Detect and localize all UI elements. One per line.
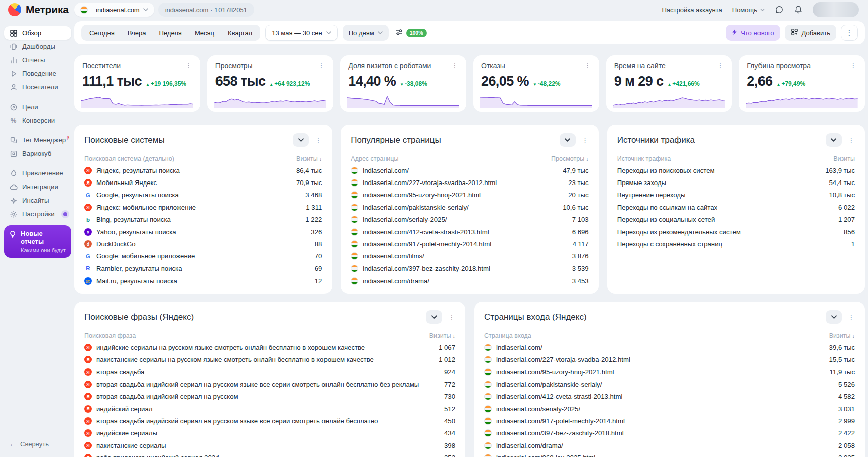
period-tab[interactable]: Неделя bbox=[153, 26, 188, 39]
sidebar-item-variocube[interactable]: Вариокуб bbox=[4, 147, 71, 160]
card-menu-button[interactable]: ⋮ bbox=[318, 62, 325, 69]
table-row[interactable]: Я индийский сериал 512 bbox=[84, 403, 455, 415]
column-header-dimension[interactable]: Поисковая система (детально) bbox=[84, 155, 174, 162]
metrika-logo[interactable]: Метрика bbox=[8, 3, 74, 16]
collapse-widget-button[interactable] bbox=[560, 133, 576, 147]
widget-menu-button[interactable]: ⋮ bbox=[848, 137, 855, 144]
table-row[interactable]: indiaserial.com/917-polet-mechty-2014.ht… bbox=[351, 238, 588, 250]
card-menu-button[interactable]: ⋮ bbox=[584, 62, 591, 69]
table-row[interactable]: indiaserial.com/227-vtoraja-svadba-2012.… bbox=[351, 176, 588, 189]
period-tab[interactable]: Месяц bbox=[188, 26, 221, 39]
table-row[interactable]: indiaserial.com/drama/ 2 058 bbox=[484, 439, 855, 451]
table-row[interactable]: Переходы с сохранённых страниц 1 bbox=[617, 238, 855, 250]
collapse-widget-button[interactable] bbox=[426, 310, 442, 324]
table-row[interactable]: indiaserial.com/ 39,6 тыс bbox=[484, 341, 855, 353]
account-settings-link[interactable]: Настройка аккаунта bbox=[662, 6, 722, 14]
sidebar-item-overview[interactable]: Обзор bbox=[4, 26, 71, 40]
avatar[interactable] bbox=[813, 2, 859, 17]
column-header-dimension[interactable]: Страница входа bbox=[484, 332, 531, 339]
help-menu[interactable]: Помощь bbox=[732, 6, 765, 14]
table-row[interactable]: indiaserial.com/397-bez-zaschity-2018.ht… bbox=[351, 262, 588, 275]
sidebar-item-settings[interactable]: Настройки bbox=[4, 207, 71, 221]
collapse-widget-button[interactable] bbox=[826, 133, 842, 147]
table-row[interactable]: Я Яндекс: мобильное приложение 1 311 bbox=[84, 201, 322, 213]
table-row[interactable]: Прямые заходы 54,4 тыс bbox=[617, 176, 855, 189]
sidebar-item-visitors[interactable]: Посетители bbox=[4, 80, 71, 94]
card-menu-button[interactable]: ⋮ bbox=[451, 62, 458, 69]
widget-menu-button[interactable]: ⋮ bbox=[448, 314, 455, 321]
table-row[interactable]: @ Mail.ru, результаты поиска 12 bbox=[84, 275, 322, 287]
sidebar-item-attraction[interactable]: Привлечение bbox=[4, 166, 71, 180]
period-tab[interactable]: Квартал bbox=[221, 26, 259, 39]
table-row[interactable]: Я вторая свадьба индийский сериал на рус… bbox=[84, 391, 455, 403]
table-row[interactable]: Я индийские сериалы на русском языке смо… bbox=[84, 341, 455, 353]
sidebar-item-tag-manager[interactable]: Тег Менеджерβ bbox=[4, 133, 71, 147]
table-row[interactable]: Переходы по ссылкам на сайтах 6 022 bbox=[617, 201, 855, 213]
table-row[interactable]: Я Мобильный Яндекс 70,9 тыс bbox=[84, 176, 322, 189]
table-row[interactable]: indiaserial.com/serialy-2025/ 3 031 bbox=[484, 403, 855, 415]
bell-icon[interactable] bbox=[794, 5, 803, 14]
date-range-picker[interactable]: 13 мая — 30 сен bbox=[265, 25, 337, 41]
table-row[interactable]: Переходы из поисковых систем 163,9 тыс bbox=[617, 164, 855, 176]
card-menu-button[interactable]: ⋮ bbox=[850, 62, 857, 69]
sidebar-item-conversions[interactable]: %Конверсии bbox=[4, 114, 71, 127]
column-header-dimension[interactable]: Источник трафика bbox=[617, 155, 671, 162]
table-row[interactable]: indiaserial.com/397-bez-zaschity-2018.ht… bbox=[484, 427, 855, 439]
table-row[interactable]: G Google: мобильное приложение 70 bbox=[84, 250, 322, 262]
whats-new-button[interactable]: Что нового bbox=[726, 25, 780, 41]
sidebar-item-insights[interactable]: Инсайты bbox=[4, 194, 71, 207]
table-row[interactable]: indiaserial.com/pakistanskie-serialy/ 10… bbox=[351, 201, 588, 213]
column-header-metric[interactable]: Визиты↓ bbox=[829, 332, 855, 339]
table-row[interactable]: indiaserial.com/227-vtoraja-svadba-2012.… bbox=[484, 353, 855, 365]
table-row[interactable]: Я вторая свадьба индийский сериал на рус… bbox=[84, 378, 455, 390]
table-row[interactable]: indiaserial.com/95-uzory-hnoj-2021.html … bbox=[351, 189, 588, 201]
sidebar-item-behavior[interactable]: Поведение bbox=[4, 67, 71, 80]
column-header-metric[interactable]: Просмотры↓ bbox=[551, 155, 589, 162]
table-row[interactable]: d DuckDuckGo 88 bbox=[84, 238, 322, 250]
card-menu-button[interactable]: ⋮ bbox=[717, 62, 724, 69]
collapse-sidebar-button[interactable]: ← Свернуть bbox=[4, 437, 71, 451]
period-tab[interactable]: Сегодня bbox=[83, 26, 121, 39]
sampling-control[interactable]: 100% bbox=[395, 28, 427, 38]
column-header-dimension[interactable]: Адрес страницы bbox=[351, 155, 398, 162]
table-row[interactable]: Я пакистанские сериалы на русском языке … bbox=[84, 353, 455, 365]
widget-menu-button[interactable]: ⋮ bbox=[315, 137, 322, 144]
widget-menu-button[interactable]: ⋮ bbox=[582, 137, 589, 144]
toolbar-menu-button[interactable]: ⋮ bbox=[841, 25, 858, 41]
table-row[interactable]: Я индийские сериалы 434 bbox=[84, 427, 455, 439]
table-row[interactable]: Внутренние переходы 10,8 тыс bbox=[617, 189, 855, 201]
granularity-select[interactable]: По дням bbox=[343, 25, 389, 41]
collapse-widget-button[interactable] bbox=[826, 310, 842, 324]
table-row[interactable]: indiaserial.com/95-uzory-hnoj-2021.html … bbox=[484, 366, 855, 378]
table-row[interactable]: Переходы из рекомендательных систем 856 bbox=[617, 226, 855, 238]
table-row[interactable]: y Yahoo, результаты поиска 326 bbox=[84, 226, 322, 238]
add-widget-button[interactable]: Добавить bbox=[785, 25, 836, 41]
table-row[interactable]: Переходы из социальных сетей 1 207 bbox=[617, 214, 855, 226]
table-row[interactable]: Я Яндекс, результаты поиска 86,4 тыс bbox=[84, 164, 322, 176]
table-row[interactable]: G Google, результаты поиска 3 468 bbox=[84, 189, 322, 201]
table-row[interactable]: indiaserial.com/968-lev-2025.html 2 025 bbox=[484, 452, 855, 457]
sidebar-item-goals[interactable]: Цели bbox=[4, 100, 71, 114]
column-header-metric[interactable]: Визиты↓ bbox=[833, 155, 855, 162]
new-reports-promo-banner[interactable]: Новые отчеты Какими они будут bbox=[4, 225, 71, 258]
table-row[interactable]: b Bing, результаты поиска 1 222 bbox=[84, 214, 322, 226]
chat-icon[interactable] bbox=[775, 5, 784, 14]
table-row[interactable]: Я раба приданого индийский сериал 2024 3… bbox=[84, 452, 455, 457]
table-row[interactable]: Я вторая свадьба 924 bbox=[84, 366, 455, 378]
table-row[interactable]: indiaserial.com/412-cveta-strasti-2013.h… bbox=[484, 391, 855, 403]
collapse-widget-button[interactable] bbox=[293, 133, 309, 147]
column-header-metric[interactable]: Визиты↓ bbox=[296, 155, 322, 162]
widget-menu-button[interactable]: ⋮ bbox=[848, 314, 855, 321]
table-row[interactable]: indiaserial.com/pakistanskie-serialy/ 5 … bbox=[484, 378, 855, 390]
sidebar-item-integrations[interactable]: Интеграции bbox=[4, 180, 71, 194]
table-row[interactable]: indiaserial.com/917-polet-mechty-2014.ht… bbox=[484, 415, 855, 427]
table-row[interactable]: Я пакистанские сериалы 398 bbox=[84, 439, 455, 451]
table-row[interactable]: R Rambler, результаты поиска 69 bbox=[84, 262, 322, 275]
table-row[interactable]: indiaserial.com/412-cveta-strasti-2013.h… bbox=[351, 226, 588, 238]
table-row[interactable]: indiaserial.com/serialy-2025/ 7 103 bbox=[351, 214, 588, 226]
column-header-metric[interactable]: Визиты↓ bbox=[429, 332, 455, 339]
sidebar-item-reports[interactable]: Отчеты bbox=[4, 53, 71, 67]
sidebar-item-dashboards[interactable]: Дашборды bbox=[4, 40, 71, 53]
period-tab[interactable]: Вчера bbox=[121, 26, 153, 39]
table-row[interactable]: indiaserial.com/drama/ 3 453 bbox=[351, 275, 588, 287]
